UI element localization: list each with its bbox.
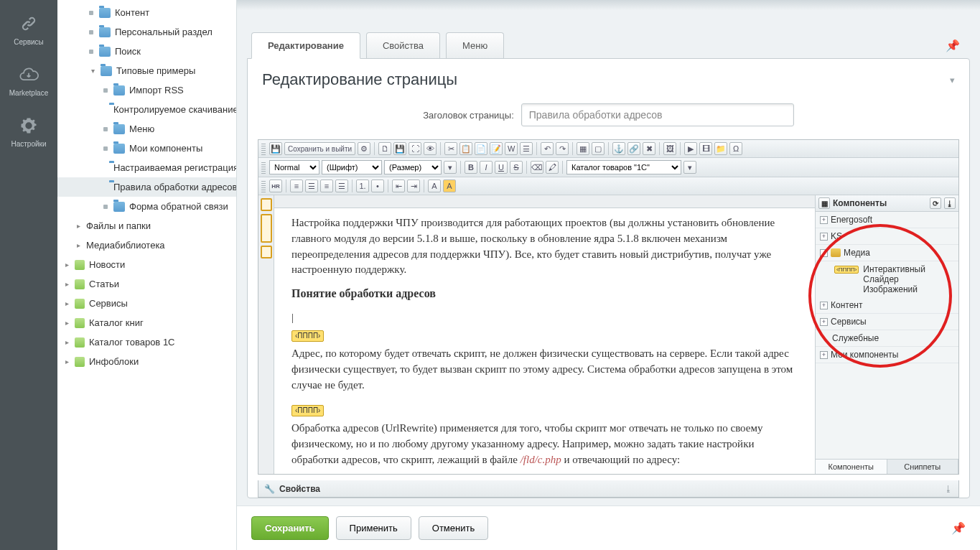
font-select[interactable]: (Шрифт) [322,160,382,174]
tree-item[interactable]: Контент [57,3,236,22]
highlight-icon[interactable]: 🖍 [546,161,559,174]
apply-button[interactable]: Применить [336,516,411,540]
paste-icon[interactable]: 📄 [475,142,487,155]
file-tree[interactable]: КонтентПерсональный разделПоиск▾Типовые … [57,0,237,550]
tree-item[interactable]: Меню [57,119,236,139]
tab-edit[interactable]: Редактирование [251,32,360,59]
size-select[interactable]: (Размер) [384,160,442,174]
list-ol-icon[interactable]: 1. [356,180,369,192]
more-icon[interactable]: ▾ [444,161,457,174]
template-block-icon[interactable] [261,198,272,211]
unlink-icon[interactable]: ✖ [643,142,655,155]
tree-item[interactable]: ▸Новости [57,255,236,274]
tree-item[interactable]: Поиск [57,42,236,61]
template-block-icon[interactable] [261,214,272,243]
chevron-right-icon[interactable]: ▸ [63,281,70,288]
tree-item[interactable]: ▸Каталог товаров 1С [57,332,236,352]
save-exit-button[interactable]: Сохранить и выйти [284,142,355,155]
chevron-right-icon[interactable]: ▸ [63,320,70,327]
fullscreen-icon[interactable]: ⛶ [409,142,421,155]
settings-icon[interactable]: ⚙ [358,142,370,155]
select-all-icon[interactable]: ☰ [520,142,533,155]
download-icon[interactable]: ⭳ [944,197,956,209]
save-doc-icon[interactable]: 💾 [269,142,282,155]
clear-format-icon[interactable]: ⌫ [531,161,543,174]
copy-icon[interactable]: 📋 [459,142,472,155]
expand-icon[interactable]: + [820,318,828,326]
component-category[interactable]: +Мои компоненты [816,347,958,363]
template-block-icon[interactable] [261,246,272,258]
color-icon[interactable]: A [428,180,441,192]
tree-item[interactable]: Правила обработки адресов [57,177,236,197]
preview-icon[interactable]: 👁 [424,142,437,155]
collapse-icon[interactable]: ⭳ [944,484,953,494]
tree-item[interactable]: ▸Инфоблоки [57,352,236,371]
tree-item[interactable]: ▸Файлы и папки [57,216,236,236]
link-icon[interactable]: 🔗 [627,142,640,155]
table-icon[interactable]: ▦ [577,142,589,155]
component-placeholder[interactable]: ‹ПППП› [291,405,324,417]
align-center-icon[interactable]: ☰ [305,180,318,192]
component-item-slider[interactable]: ‹ПППП›Интерактивный Слайдер Изображений [816,261,958,297]
redo-icon[interactable]: ↷ [556,142,569,155]
component-select[interactable]: Каталог товаров "1С" [566,160,681,174]
chevron-right-icon[interactable]: ▸ [63,339,70,346]
components-tab[interactable]: Компоненты [816,460,887,474]
tree-item[interactable]: ▸Медиабиблиотека [57,236,236,255]
tab-properties[interactable]: Свойства [366,32,440,58]
align-right-icon[interactable]: ≡ [320,180,333,192]
cut-icon[interactable]: ✂ [444,142,457,155]
bgcolor-icon[interactable]: A [443,180,456,192]
editor-content[interactable]: Настройка поддержки ЧПУ производится для… [274,208,815,474]
chevron-right-icon[interactable]: ▸ [63,261,70,269]
symbol-icon[interactable]: Ω [729,142,742,155]
component-category[interactable]: Служебные [816,330,958,347]
collapse-icon[interactable]: ▾ [950,75,955,85]
outdent-icon[interactable]: ⇤ [392,180,405,192]
component-category[interactable]: +Energosoft [816,212,958,228]
collapse-icon[interactable]: - [820,249,828,257]
tree-item[interactable]: ▸Сервисы [57,294,236,313]
component-category[interactable]: +Контент [816,297,958,314]
chevron-right-icon[interactable]: ▸ [63,358,70,365]
video-icon[interactable]: ▶ [684,142,697,155]
page-title-input[interactable] [521,103,794,126]
undo-icon[interactable]: ↶ [541,142,554,155]
expand-icon[interactable]: + [820,233,828,241]
expand-icon[interactable]: + [820,216,828,224]
component-category[interactable]: +Сервисы [816,314,958,330]
format-select[interactable]: Normal [269,160,319,174]
grid-icon[interactable]: ▦ [818,197,830,209]
media-icon[interactable]: 🎞 [699,142,712,155]
italic-icon[interactable]: I [480,161,493,174]
bold-icon[interactable]: B [465,161,477,174]
pin-icon[interactable]: 📌 [951,521,966,535]
save-button[interactable]: Сохранить [251,516,329,540]
chevron-right-icon[interactable]: ▸ [63,300,70,307]
properties-bar[interactable]: 🔧 Свойства ⭳ [258,480,959,498]
align-left-icon[interactable]: ≡ [290,180,303,192]
pin-icon[interactable]: 📌 [940,33,966,58]
cancel-button[interactable]: Отменить [419,516,488,540]
image-icon[interactable]: 🖼 [663,142,676,155]
chevron-right-icon[interactable]: ▸ [75,223,82,230]
tree-item[interactable]: Персональный раздел [57,22,236,42]
file-icon[interactable]: 📁 [714,142,727,155]
chevron-down-icon[interactable]: ▾ [89,67,96,75]
tab-menu[interactable]: Меню [446,32,504,58]
hr-icon[interactable]: HR [269,180,282,192]
tree-item[interactable]: Мои компоненты [57,139,236,158]
sidebar-services[interactable]: Сервисы [0,4,57,55]
tree-item[interactable]: ▸Каталог книг [57,313,236,332]
sidebar-marketplace[interactable]: Marketplace [0,55,57,106]
insert-icon[interactable]: ▢ [592,142,605,155]
component-placeholder[interactable]: ‹ПППП› [291,330,324,342]
expand-icon[interactable]: + [820,351,828,359]
new-icon[interactable]: 🗋 [378,142,391,155]
tree-item[interactable]: Контролируемое скачивание [57,100,236,119]
chevron-right-icon[interactable]: ▸ [75,242,82,249]
underline-icon[interactable]: U [495,161,508,174]
tree-item[interactable]: ▾Типовые примеры [57,61,236,80]
tree-item[interactable]: Форма обратной связи [57,197,236,216]
expand-icon[interactable]: + [820,302,828,309]
